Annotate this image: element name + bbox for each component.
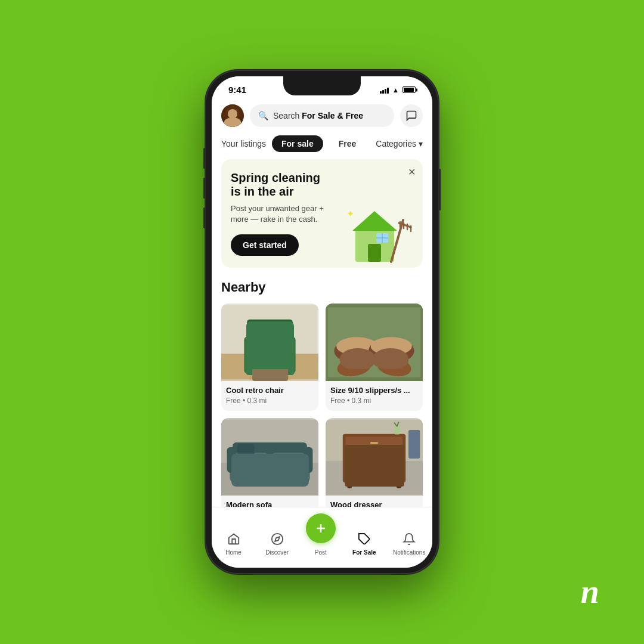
your-listings-tab[interactable]: Your listings [221, 139, 266, 148]
listing-meta: Free • 0.3 mi [330, 397, 418, 405]
close-button[interactable]: ✕ [408, 166, 416, 178]
svg-rect-44 [237, 444, 255, 456]
svg-rect-17 [244, 337, 295, 374]
listing-image-chair [221, 304, 318, 381]
listing-title: Wood dresser [330, 500, 418, 507]
wifi-icon: ▲ [392, 86, 399, 94]
home-label: Home [225, 549, 242, 556]
post-label: Post [315, 549, 327, 556]
bottom-nav: Home Discover [212, 507, 432, 568]
scroll-area[interactable]: ✕ Spring cleaning is in the air Post you… [212, 159, 432, 507]
search-text: Search For Sale & Free [273, 111, 363, 120]
phone-device: 9:41 ▲ 🔍 Search For Sale & Fre [206, 70, 438, 574]
get-started-button[interactable]: Get started [231, 234, 299, 256]
svg-rect-4 [368, 244, 381, 262]
signal-bars [380, 86, 389, 94]
svg-rect-51 [346, 467, 403, 479]
nav-item-forsale[interactable]: For Sale [349, 531, 379, 556]
listing-title: Modern sofa [226, 500, 314, 507]
notch [283, 76, 361, 95]
svg-rect-54 [370, 472, 378, 474]
svg-point-32 [371, 338, 412, 356]
svg-rect-52 [370, 442, 378, 444]
notifications-label: Notifications [393, 549, 425, 556]
dresser-svg [326, 418, 423, 496]
promo-title: Spring cleaning is in the air [231, 171, 331, 199]
listing-info: Wood dresser $45 • 0.4 mi [326, 496, 423, 507]
search-bar[interactable]: 🔍 Search For Sale & Free [250, 104, 394, 127]
message-button[interactable] [400, 104, 423, 127]
message-icon [405, 110, 417, 122]
svg-point-22 [273, 335, 278, 339]
screen-content: 🔍 Search For Sale & Free Your listings F… [212, 100, 432, 568]
categories-button[interactable]: Categories ▾ [376, 139, 423, 148]
listings-grid: Cool retro chair Free • 0.3 mi [221, 304, 423, 507]
svg-line-23 [250, 374, 253, 380]
slippers-svg [326, 304, 423, 381]
listing-info: Modern sofa Free • 0.5 mi [221, 496, 318, 507]
svg-point-19 [262, 325, 267, 330]
svg-text:✦: ✦ [346, 209, 354, 219]
listing-title: Cool retro chair [226, 386, 314, 395]
status-icons: ▲ [380, 86, 416, 94]
chevron-down-icon: ▾ [419, 139, 423, 148]
filter-tabs: Your listings For sale Free Categories ▾ [212, 133, 432, 159]
svg-point-21 [262, 335, 267, 339]
free-tab[interactable]: Free [329, 135, 366, 152]
phone-screen: 9:41 ▲ 🔍 Search For Sale & Fre [212, 76, 432, 568]
for-sale-tab[interactable]: For sale [272, 135, 323, 152]
svg-line-26 [281, 374, 284, 380]
svg-rect-18 [247, 320, 293, 345]
nav-item-discover[interactable]: Discover [262, 531, 292, 556]
svg-rect-53 [370, 457, 378, 459]
nearby-section-title: Nearby [221, 280, 423, 295]
categories-label: Categories [376, 139, 416, 148]
discover-label: Discover [265, 549, 289, 556]
svg-rect-55 [347, 482, 352, 489]
house-svg: ✦ ✦ [340, 202, 418, 268]
svg-rect-41 [301, 447, 312, 473]
promo-description: Post your unwanted gear + more — rake in… [231, 203, 331, 225]
svg-rect-16 [221, 354, 318, 380]
svg-rect-47 [326, 461, 423, 494]
svg-point-20 [273, 325, 278, 330]
svg-rect-38 [230, 451, 309, 483]
svg-line-25 [256, 374, 259, 380]
listing-card[interactable]: Size 9/10 slippers/s ... Free • 0.3 mi [326, 304, 423, 411]
listing-info: Size 9/10 slippers/s ... Free • 0.3 mi [326, 381, 423, 411]
forsale-label: For Sale [352, 549, 376, 556]
discover-icon [270, 531, 285, 547]
nav-item-post[interactable]: Post [306, 513, 336, 556]
listing-image-dresser [326, 418, 423, 496]
nextdoor-logo: n [581, 575, 599, 608]
svg-rect-42 [236, 453, 267, 476]
svg-rect-60 [408, 430, 420, 459]
listing-meta: Free • 0.3 mi [226, 397, 314, 405]
top-bar: 🔍 Search For Sale & Free [212, 100, 432, 133]
svg-rect-37 [221, 463, 318, 494]
post-button[interactable] [306, 513, 336, 543]
listing-image-slippers [326, 304, 423, 381]
home-icon [226, 531, 242, 547]
status-time: 9:41 [228, 85, 246, 95]
svg-rect-36 [221, 420, 318, 463]
nav-item-home[interactable]: Home [219, 531, 249, 556]
sofa-svg [221, 418, 318, 496]
listing-image-sofa [221, 418, 318, 496]
listing-card[interactable]: Wood dresser $45 • 0.4 mi [326, 418, 423, 507]
avatar[interactable] [221, 104, 244, 127]
svg-rect-40 [227, 447, 239, 473]
listing-card[interactable]: Cool retro chair Free • 0.3 mi [221, 304, 318, 411]
svg-rect-43 [273, 453, 304, 476]
svg-marker-62 [275, 537, 280, 541]
svg-rect-57 [394, 427, 400, 435]
status-bar: 9:41 ▲ [212, 76, 432, 100]
promo-card: ✕ Spring cleaning is in the air Post you… [221, 159, 423, 268]
forsale-icon [357, 531, 372, 547]
svg-line-24 [287, 374, 290, 380]
svg-rect-56 [397, 482, 401, 489]
nav-item-notifications[interactable]: Notifications [393, 531, 425, 556]
svg-point-61 [271, 534, 282, 544]
listing-info: Cool retro chair Free • 0.3 mi [221, 381, 318, 411]
listing-card[interactable]: Modern sofa Free • 0.5 mi [221, 418, 318, 507]
